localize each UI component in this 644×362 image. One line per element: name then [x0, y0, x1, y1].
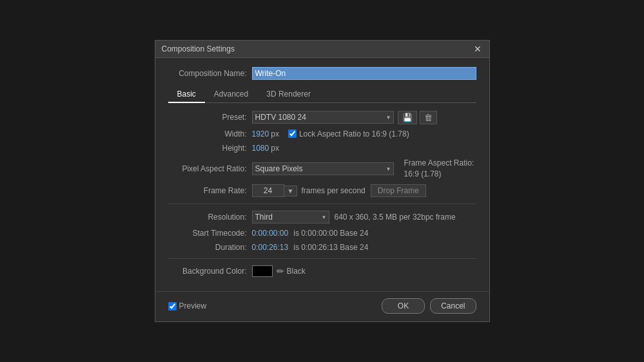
preview-check-row: Preview — [168, 301, 207, 310]
composition-settings-dialog: Composition Settings ✕ Composition Name:… — [155, 40, 490, 323]
background-color-label: Background Color: — [168, 267, 252, 276]
duration-value[interactable]: 0:00:26:13 — [252, 243, 289, 252]
title-bar: Composition Settings ✕ — [155, 41, 489, 58]
divider-1 — [168, 204, 476, 204]
comp-name-input[interactable] — [252, 67, 476, 80]
frame-aspect-info: Frame Aspect Ratio: 16:9 (1.78) — [404, 158, 474, 180]
resolution-label: Resolution: — [168, 213, 252, 222]
pixel-aspect-select-container: Square Pixels D1/DV NTSC D1/DV PAL — [252, 162, 394, 175]
duration-info: is 0:00:26:13 Base 24 — [293, 243, 368, 252]
close-button[interactable]: ✕ — [473, 44, 483, 53]
footer-buttons: OK Cancel — [382, 298, 476, 314]
frame-aspect-label: Frame Aspect Ratio: — [404, 158, 474, 167]
tab-3d-renderer[interactable]: 3D Renderer — [257, 86, 320, 102]
background-color-row: Background Color: ✏ Black — [168, 265, 476, 277]
resolution-row: Resolution: Full Half Third Quarter Cust… — [168, 211, 476, 224]
divider-2 — [168, 258, 476, 259]
preset-select[interactable]: HDTV 1080 24 HDTV 720 24 Custom — [252, 111, 394, 124]
dialog-content: Composition Name: Basic Advanced 3D Rend… — [155, 58, 489, 292]
frame-aspect-value: 16:9 (1.78) — [404, 169, 442, 178]
duration-row: Duration: 0:00:26:13 is 0:00:26:13 Base … — [168, 243, 476, 252]
height-row: Height: 1080 px — [168, 144, 476, 153]
height-label: Height: — [168, 144, 252, 153]
comp-name-label: Composition Name: — [168, 69, 252, 78]
comp-name-row: Composition Name: — [168, 67, 476, 80]
basic-settings-section: Preset: HDTV 1080 24 HDTV 720 24 Custom … — [168, 111, 476, 278]
preset-select-container: HDTV 1080 24 HDTV 720 24 Custom — [252, 111, 394, 124]
duration-label: Duration: — [168, 243, 252, 252]
width-value[interactable]: 1920 — [252, 129, 269, 138]
tab-advanced[interactable]: Advanced — [205, 86, 257, 102]
dialog-title: Composition Settings — [162, 44, 235, 53]
start-timecode-value[interactable]: 0:00:00:00 — [252, 229, 289, 238]
ok-button[interactable]: OK — [382, 298, 425, 314]
dialog-footer: Preview OK Cancel — [155, 291, 489, 321]
resolution-info: 640 x 360, 3.5 MB per 32bpc frame — [335, 213, 456, 222]
pixel-aspect-label: Pixel Aspect Ratio: — [168, 164, 252, 173]
frame-rate-label: Frame Rate: — [168, 186, 252, 195]
frame-rate-dropdown-button[interactable]: ▼ — [284, 186, 298, 196]
drop-frame-button[interactable]: Drop Frame — [371, 184, 426, 197]
tab-basic[interactable]: Basic — [168, 86, 205, 103]
resolution-select-container: Full Half Third Quarter Custom — [252, 211, 329, 224]
frame-rate-row: Frame Rate: ▼ frames per second Drop Fra… — [168, 184, 476, 197]
background-color-swatch[interactable] — [252, 265, 273, 277]
preview-label: Preview — [179, 301, 207, 310]
start-timecode-info: is 0:00:00:00 Base 24 — [293, 229, 368, 238]
save-preset-button[interactable]: 💾 — [398, 111, 417, 124]
pixel-aspect-row: Pixel Aspect Ratio: Square Pixels D1/DV … — [168, 158, 476, 180]
pixel-aspect-select[interactable]: Square Pixels D1/DV NTSC D1/DV PAL — [252, 162, 394, 175]
frame-rate-unit: frames per second — [301, 186, 365, 195]
background-color-name: Black — [287, 267, 306, 276]
width-unit: px — [271, 129, 279, 138]
height-unit: px — [271, 144, 279, 153]
tabs-bar: Basic Advanced 3D Renderer — [168, 86, 476, 103]
delete-preset-button[interactable]: 🗑 — [420, 111, 437, 124]
eyedropper-button[interactable]: ✏ — [277, 266, 284, 276]
frame-rate-input[interactable] — [252, 184, 284, 197]
cancel-button[interactable]: Cancel — [430, 298, 476, 314]
width-label: Width: — [168, 129, 252, 138]
resolution-select[interactable]: Full Half Third Quarter Custom — [252, 211, 329, 224]
lock-aspect-label: Lock Aspect Ratio to 16:9 (1.78) — [299, 129, 409, 138]
start-timecode-row: Start Timecode: 0:00:00:00 is 0:00:00:00… — [168, 229, 476, 238]
lock-aspect-checkbox[interactable] — [288, 129, 297, 138]
height-value[interactable]: 1080 — [252, 144, 269, 153]
preset-label: Preset: — [168, 113, 252, 122]
width-row: Width: 1920 px Lock Aspect Ratio to 16:9… — [168, 129, 476, 138]
preview-checkbox[interactable] — [168, 302, 177, 310]
preset-row: Preset: HDTV 1080 24 HDTV 720 24 Custom … — [168, 111, 476, 124]
start-timecode-label: Start Timecode: — [168, 229, 252, 238]
